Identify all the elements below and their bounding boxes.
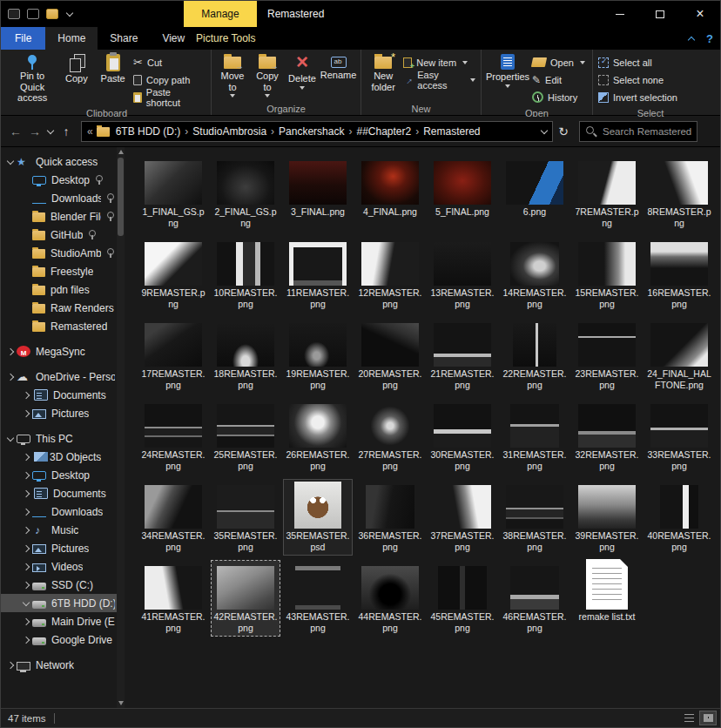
file-tile[interactable]: 41REMASTER.png — [138, 560, 208, 637]
file-tile[interactable]: 45REMASTER.png — [428, 560, 497, 637]
file-tile[interactable]: 6.png — [500, 155, 569, 232]
tab-home[interactable]: Home — [45, 27, 98, 50]
up-button[interactable]: ↑ — [57, 125, 76, 138]
sidebar-item-desktop[interactable]: Desktop — [1, 171, 117, 189]
sidebar-item-pdn-files[interactable]: pdn files — [1, 280, 117, 299]
file-tile[interactable]: 32REMASTER.png — [572, 398, 642, 475]
search-input[interactable] — [580, 122, 697, 141]
chevron-right-icon[interactable] — [20, 489, 32, 499]
chevron-right-icon[interactable] — [20, 452, 32, 462]
file-tile[interactable]: remake list.txt — [572, 560, 642, 637]
new-folder-button[interactable]: New folder — [365, 51, 401, 104]
sidebar-item-freestyle[interactable]: Freestyle — [1, 262, 117, 280]
breadcrumb-separator-icon[interactable]: › — [269, 125, 276, 138]
file-tile[interactable]: 33REMASTER.png — [644, 398, 714, 475]
file-tile[interactable]: 43REMASTER.png — [283, 560, 353, 637]
breadcrumb-overflow-icon[interactable]: « — [85, 125, 95, 138]
address-dropdown-chevron-icon[interactable] — [540, 128, 549, 136]
file-tile[interactable]: 10REMASTER.png — [211, 236, 280, 313]
sidebar-item-3d-objects[interactable]: 3D Objects — [1, 448, 117, 466]
breadcrumb-separator-icon[interactable]: › — [347, 125, 354, 138]
scroll-down-icon[interactable] — [118, 701, 124, 705]
file-tile[interactable]: 17REMASTER.png — [138, 317, 208, 394]
breadcrumb-bar[interactable]: « 6TB HDD (D:)›StudioAmbrosia›Panckersha… — [81, 121, 553, 142]
chevron-right-icon[interactable] — [20, 580, 32, 590]
file-tile[interactable]: 27REMASTER.png — [355, 398, 425, 475]
rename-button[interactable]: Rename — [320, 51, 357, 104]
file-tile[interactable]: 30REMASTER.png — [428, 398, 497, 475]
forward-button[interactable]: → — [25, 125, 44, 138]
chevron-right-icon[interactable] — [4, 347, 17, 357]
manage-contextual-tab[interactable]: Manage — [184, 1, 257, 27]
sidebar-item-documents[interactable]: Documents — [1, 386, 117, 404]
file-tile[interactable]: 35REMASTER.png — [211, 479, 280, 556]
file-tile[interactable]: 35REMASTER.psd — [283, 479, 353, 556]
chevron-right-icon[interactable] — [20, 507, 32, 517]
sidebar-scrollbar[interactable] — [117, 147, 125, 708]
details-view-button[interactable] — [680, 711, 697, 725]
history-button[interactable]: History — [532, 90, 585, 104]
file-tile[interactable]: 24REMASTER.png — [138, 398, 208, 475]
file-tile[interactable]: 24_FINAL_HALFTONE.png — [644, 317, 714, 394]
minimize-button[interactable] — [600, 1, 640, 27]
file-tile[interactable]: 18REMASTER.png — [211, 317, 280, 394]
breadcrumb-item[interactable]: StudioAmbrosia — [190, 125, 269, 138]
sidebar-item-this-pc[interactable]: This PC — [1, 429, 117, 448]
file-tile[interactable]: 9REMASTER.png — [138, 236, 208, 313]
chevron-right-icon[interactable] — [20, 617, 32, 627]
sidebar-item-ssd-c[interactable]: SSD (C:) — [1, 576, 117, 594]
new-item-button[interactable]: New item — [403, 55, 475, 70]
breadcrumb-item[interactable]: Remastered — [421, 125, 482, 138]
tab-file[interactable]: File — [1, 27, 45, 50]
file-tile[interactable]: 26REMASTER.png — [283, 398, 353, 475]
recent-locations-chevron-icon[interactable] — [46, 128, 55, 136]
copy-path-button[interactable]: Copy path — [133, 72, 206, 87]
qat-new-folder-icon[interactable] — [46, 9, 58, 19]
file-tile[interactable]: 34REMASTER.png — [138, 479, 208, 556]
sidebar-item-downloads[interactable]: Downloads — [1, 502, 117, 521]
scroll-up-icon[interactable] — [118, 150, 124, 154]
file-tile[interactable]: 39REMASTER.png — [572, 479, 642, 556]
breadcrumb-separator-icon[interactable]: › — [183, 125, 190, 138]
easy-access-button[interactable]: Easy access — [403, 72, 475, 87]
sidebar-item-documents[interactable]: Documents — [1, 484, 117, 502]
chevron-right-icon[interactable] — [20, 470, 32, 481]
sidebar-item-downloads[interactable]: Downloads — [1, 189, 117, 207]
file-tile[interactable]: 44REMASTER.png — [355, 560, 425, 637]
chevron-right-icon[interactable] — [20, 408, 32, 419]
chevron-right-icon[interactable] — [20, 543, 32, 554]
chevron-down-icon[interactable] — [20, 598, 32, 609]
tab-share[interactable]: Share — [98, 27, 150, 50]
pin-to-quick-access-button[interactable]: Pin to Quick access — [6, 51, 58, 104]
chevron-right-icon[interactable] — [20, 635, 32, 645]
chevron-right-icon[interactable] — [20, 390, 32, 401]
file-tile[interactable]: 5_FINAL.png — [428, 155, 497, 232]
sidebar-item-6tb-hdd-d[interactable]: 6TB HDD (D:) — [1, 594, 117, 612]
file-tile[interactable]: 7REMASTER.png — [572, 155, 642, 232]
file-tile[interactable]: 15REMASTER.png — [572, 236, 642, 313]
close-button[interactable]: × — [680, 1, 720, 27]
cut-button[interactable]: Cut — [133, 55, 206, 70]
sidebar-item-remastered[interactable]: Remastered — [1, 317, 117, 335]
sidebar-item-blender-files[interactable]: Blender Files — [1, 207, 117, 226]
edit-button[interactable]: Edit — [532, 72, 585, 87]
select-all-button[interactable]: Select all — [598, 55, 677, 70]
sidebar-item-raw-renders[interactable]: Raw Renders — [1, 299, 117, 317]
help-icon[interactable]: ? — [706, 32, 713, 45]
copy-to-button[interactable]: → Copy to — [250, 51, 285, 104]
breadcrumb-item[interactable]: 6TB HDD (D:) — [113, 125, 184, 138]
select-none-button[interactable]: Select none — [598, 72, 677, 87]
qat-customize-chevron-icon[interactable] — [65, 10, 74, 18]
file-tile[interactable]: 12REMASTER.png — [355, 236, 425, 313]
breadcrumb-item[interactable]: Panckershack — [276, 125, 347, 138]
sidebar-item-pictures[interactable]: Pictures — [1, 404, 117, 422]
sidebar-item-megasync[interactable]: MegaSync — [1, 342, 117, 361]
sidebar-item-studioambro[interactable]: StudioAmbro — [1, 244, 117, 262]
file-tile[interactable]: 31REMASTER.png — [500, 398, 569, 475]
file-tile[interactable]: 11REMASTER.png — [283, 236, 353, 313]
collapse-ribbon-icon[interactable] — [687, 35, 696, 43]
scrollbar-thumb[interactable] — [118, 158, 124, 236]
open-button[interactable]: Open — [532, 55, 585, 70]
sidebar-item-quick-access[interactable]: Quick access — [1, 152, 117, 171]
chevron-right-icon[interactable] — [4, 660, 17, 671]
